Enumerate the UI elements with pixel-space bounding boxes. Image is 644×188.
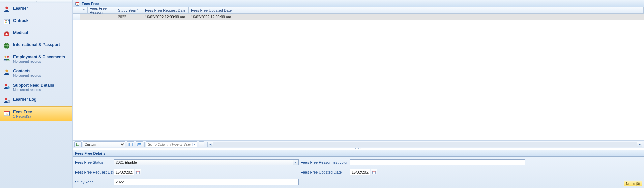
calendar-icon[interactable]: [135, 169, 141, 175]
svg-rect-28: [138, 143, 141, 144]
details-header: Fees Free Details: [73, 150, 644, 157]
globe-icon: [3, 42, 10, 50]
log-person-icon: [3, 97, 10, 104]
layout-button-2[interactable]: [136, 141, 143, 147]
sidebar-item-learner[interactable]: Learner: [0, 3, 72, 15]
medical-bag-icon: [3, 30, 10, 37]
svg-point-0: [5, 7, 8, 9]
chevron-down-icon[interactable]: ▼: [293, 160, 298, 165]
details-title: Fees Free Details: [75, 151, 106, 155]
svg-rect-3: [6, 20, 7, 21]
sidebar-item-label: Learner Log: [13, 97, 36, 102]
fees-free-grid: * Fees Free Reason Study Year ▲ 1 Fees F…: [73, 7, 644, 140]
goto-column-input[interactable]: [146, 143, 192, 146]
label-study-year: Study Year: [75, 180, 112, 184]
sidebar-item-label: Support Need Details: [13, 83, 54, 88]
sidebar-item-label: Fees Free: [13, 109, 32, 115]
status-input[interactable]: [114, 159, 299, 165]
grid-toolbar: Custom ▼ _ ◀ ▶: [73, 140, 644, 148]
filter-select[interactable]: Custom: [83, 141, 125, 147]
layout-button-1[interactable]: [127, 141, 134, 147]
cell-reason: [88, 14, 116, 20]
panel-title-bar: $ Fees Free: [73, 0, 644, 7]
svg-rect-23: [76, 2, 79, 3]
grid-row[interactable]: 2022 16/02/2022 12:00:00 am 16/02/2022 1…: [73, 14, 644, 20]
column-study-year[interactable]: Study Year ▲ 1: [116, 7, 143, 13]
svg-point-12: [5, 56, 6, 58]
sidebar-item-learner-log[interactable]: Learner Log: [0, 94, 72, 106]
sidebar-item-ontrack[interactable]: Ontrack: [0, 15, 72, 28]
calendar-icon[interactable]: [371, 169, 377, 175]
sidebar: ▲ Learner Ontrack Medical: [0, 0, 72, 188]
goto-column-combo[interactable]: ▼: [146, 141, 197, 147]
notes-button[interactable]: Notes (0): [624, 181, 642, 186]
svg-point-14: [5, 70, 8, 72]
cell-request-date: 16/02/2022 12:00:00 am: [143, 14, 189, 20]
scroll-left-icon[interactable]: ◀: [208, 142, 213, 147]
chevron-down-icon[interactable]: ▼: [192, 143, 197, 146]
sidebar-item-label: Medical: [13, 30, 28, 35]
sort-asc-icon: ▲ 1: [136, 8, 141, 11]
row-indicator-header: [73, 7, 80, 13]
people-icon: [3, 54, 10, 62]
reason-test-input[interactable]: [350, 159, 525, 165]
svg-point-15: [5, 84, 7, 86]
horizontal-scrollbar[interactable]: ◀ ▶: [207, 142, 642, 147]
sidebar-item-label: International & Passport: [13, 42, 60, 48]
support-person-icon: [3, 83, 10, 90]
sidebar-item-fees-free[interactable]: $ Fees Free 1 Record(s): [0, 106, 72, 121]
fees-free-form: Fees Free Status ▼ Fees Free Reason test…: [73, 157, 644, 188]
sidebar-collapse-handle[interactable]: ▲: [0, 0, 72, 3]
sidebar-item-medical[interactable]: Medical: [0, 28, 72, 40]
svg-rect-27: [130, 143, 132, 146]
panel-title: Fees Free: [82, 2, 99, 6]
study-year-input[interactable]: [114, 179, 299, 185]
grid-header: * Fees Free Reason Study Year ▲ 1 Fees F…: [73, 7, 644, 14]
sidebar-item-label: Employment & Placements: [13, 54, 65, 60]
svg-point-13: [7, 56, 9, 58]
svg-rect-4: [8, 20, 9, 21]
svg-text:$: $: [6, 112, 7, 116]
svg-rect-10: [5, 34, 8, 35]
svg-rect-1: [4, 19, 10, 24]
sidebar-item-contacts[interactable]: Contacts No current records: [0, 66, 72, 80]
svg-rect-8: [5, 32, 8, 33]
cell-updated-date: 16/02/2022 12:00:00 am: [189, 14, 644, 20]
sidebar-item-international[interactable]: International & Passport: [0, 40, 72, 52]
status-combo[interactable]: ▼: [114, 159, 299, 165]
column-updated-date[interactable]: Fees Free Updated Date: [189, 7, 644, 13]
scroll-right-icon[interactable]: ▶: [637, 142, 642, 147]
sidebar-item-support-needs[interactable]: Support Need Details No current records: [0, 80, 72, 94]
svg-rect-33: [373, 171, 376, 171]
sidebar-item-label: Contacts: [13, 68, 41, 74]
svg-rect-2: [5, 20, 6, 21]
updated-date-input[interactable]: [350, 169, 370, 175]
label-status: Fees Free Status: [75, 160, 112, 164]
svg-rect-25: [77, 143, 79, 146]
svg-rect-29: [138, 145, 141, 146]
request-date-input[interactable]: [114, 169, 134, 175]
add-row-button[interactable]: [74, 141, 82, 147]
label-reason-test: Fees Free Reason test column: [301, 160, 348, 164]
grid-empty-area: [73, 20, 644, 140]
sidebar-item-employment[interactable]: Employment & Placements No current recor…: [0, 52, 72, 66]
column-fees-free-reason[interactable]: Fees Free Reason: [88, 7, 116, 13]
cell-year: 2022: [116, 14, 143, 20]
svg-point-17: [5, 98, 7, 100]
fees-calendar-icon: $: [75, 1, 80, 6]
column-request-date[interactable]: Fees Free Request Date: [143, 7, 189, 13]
minimize-button[interactable]: _: [199, 141, 204, 147]
label-request-date: Fees Free Request Date: [75, 170, 112, 174]
main-panel: $ Fees Free * Fees Free Reason Study Yea…: [72, 0, 644, 188]
calendar-grid-icon: [3, 18, 10, 25]
contact-icon: [3, 68, 10, 76]
svg-rect-6: [6, 22, 7, 23]
sidebar-item-label: Ontrack: [13, 18, 28, 23]
person-icon: [3, 6, 10, 13]
label-updated-date: Fees Free Updated Date: [301, 170, 348, 174]
svg-rect-31: [137, 171, 140, 171]
fees-calendar-icon: $: [3, 109, 10, 117]
svg-rect-26: [129, 143, 130, 146]
row-indicator: [73, 14, 80, 20]
column-star[interactable]: *: [80, 7, 88, 13]
